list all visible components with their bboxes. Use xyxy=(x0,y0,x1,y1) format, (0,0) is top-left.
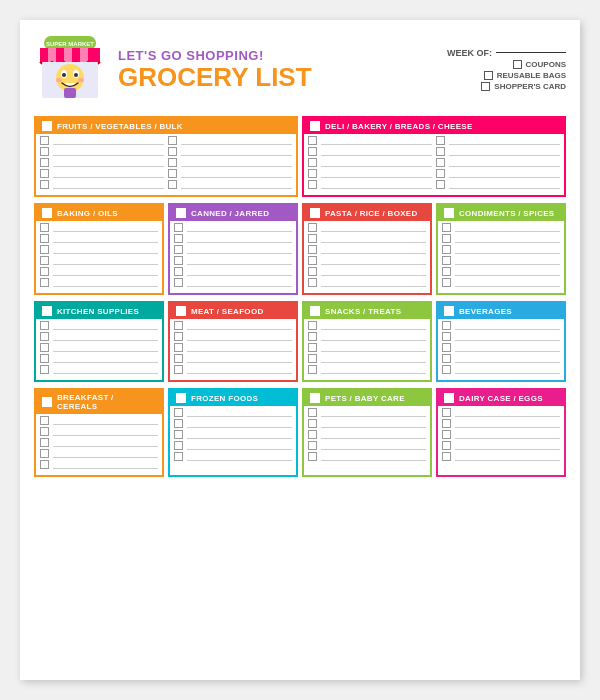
list-item xyxy=(174,343,292,352)
baking-header: BAKING / OILS xyxy=(36,205,162,221)
list-item xyxy=(442,419,560,428)
fruits-header-checkbox[interactable] xyxy=(42,121,52,131)
section-dairy: DAIRY CASE / EGGS xyxy=(436,388,566,477)
list-item xyxy=(308,278,426,287)
list-item xyxy=(308,365,426,374)
list-item xyxy=(40,449,158,458)
list-item xyxy=(174,365,292,374)
pets-checkbox[interactable] xyxy=(310,393,320,403)
list-item xyxy=(168,169,292,178)
deli-header-checkbox[interactable] xyxy=(310,121,320,131)
section-pets: PETS / BABY CARE xyxy=(302,388,432,477)
list-item xyxy=(40,180,164,189)
svg-point-11 xyxy=(56,64,84,92)
breakfast-header: BREAKFAST / CEREALS xyxy=(36,390,162,414)
list-item xyxy=(40,267,158,276)
grocery-list-page: SUPER MARKET xyxy=(20,20,580,680)
list-item xyxy=(40,256,158,265)
coupon-checkbox[interactable] xyxy=(513,60,522,69)
svg-point-16 xyxy=(56,78,62,82)
section-beverages: BEVERAGES xyxy=(436,301,566,382)
pasta-checkbox[interactable] xyxy=(310,208,320,218)
list-item xyxy=(168,180,292,189)
list-item xyxy=(174,452,292,461)
beverages-checkbox[interactable] xyxy=(444,306,454,316)
section-frozen: FROZEN FOODS xyxy=(168,388,298,477)
list-item xyxy=(308,452,426,461)
baking-items xyxy=(36,221,162,293)
list-item xyxy=(40,147,164,156)
canned-items xyxy=(170,221,296,293)
list-item xyxy=(174,234,292,243)
breakfast-checkbox[interactable] xyxy=(42,397,52,407)
section-deli: DELI / BAKERY / BREADS / CHEESE xyxy=(302,116,566,197)
card-checkbox[interactable] xyxy=(481,82,490,91)
beverages-header: BEVERAGES xyxy=(438,303,564,319)
dairy-checkbox[interactable] xyxy=(444,393,454,403)
row-3: KITCHEN SUPPLIES MEAT / SEAFOOD xyxy=(34,301,566,382)
meat-items xyxy=(170,319,296,380)
row-4: BREAKFAST / CEREALS FROZEN FOODS xyxy=(34,388,566,477)
list-item xyxy=(40,278,158,287)
list-item xyxy=(442,256,560,265)
section-baking: BAKING / OILS xyxy=(34,203,164,295)
list-item xyxy=(308,180,432,189)
kitchen-checkbox[interactable] xyxy=(42,306,52,316)
list-item xyxy=(174,245,292,254)
frozen-checkbox[interactable] xyxy=(176,393,186,403)
svg-point-15 xyxy=(74,73,78,77)
deli-col-1 xyxy=(308,136,432,191)
list-item xyxy=(174,419,292,428)
list-item xyxy=(442,452,560,461)
kitchen-header: KITCHEN SUPPLIES xyxy=(36,303,162,319)
card-row: SHOPPER'S CARD xyxy=(436,82,566,91)
list-item xyxy=(308,256,426,265)
store-icon: SUPER MARKET xyxy=(34,34,106,106)
deli-items xyxy=(304,134,564,195)
list-item xyxy=(308,234,426,243)
list-item xyxy=(174,408,292,417)
list-item xyxy=(174,223,292,232)
baking-checkbox[interactable] xyxy=(42,208,52,218)
svg-text:SUPER MARKET: SUPER MARKET xyxy=(46,41,94,47)
beverages-items xyxy=(438,319,564,380)
list-item xyxy=(436,136,560,145)
list-item xyxy=(308,354,426,363)
svg-rect-4 xyxy=(48,48,56,62)
meat-checkbox[interactable] xyxy=(176,306,186,316)
list-item xyxy=(308,343,426,352)
svg-rect-3 xyxy=(40,48,48,62)
list-item xyxy=(442,278,560,287)
section-condiments: CONDIMENTS / SPICES xyxy=(436,203,566,295)
snacks-checkbox[interactable] xyxy=(310,306,320,316)
list-item xyxy=(308,245,426,254)
list-item xyxy=(168,136,292,145)
svg-rect-8 xyxy=(80,48,88,62)
section-canned: CANNED / JARRED xyxy=(168,203,298,295)
list-item xyxy=(442,441,560,450)
list-item xyxy=(40,158,164,167)
list-item xyxy=(308,169,432,178)
bags-checkbox[interactable] xyxy=(484,71,493,80)
svg-rect-5 xyxy=(56,48,64,62)
list-item xyxy=(436,180,560,189)
list-item xyxy=(40,427,158,436)
row-2: BAKING / OILS CANNED / JARRED xyxy=(34,203,566,295)
list-item xyxy=(436,147,560,156)
list-item xyxy=(442,430,560,439)
list-item xyxy=(174,267,292,276)
title-block: LET'S GO SHOPPING! GROCERY LIST xyxy=(118,48,436,92)
frozen-items xyxy=(170,406,296,467)
canned-checkbox[interactable] xyxy=(176,208,186,218)
pets-header: PETS / BABY CARE xyxy=(304,390,430,406)
condiments-checkbox[interactable] xyxy=(444,208,454,218)
list-item xyxy=(308,223,426,232)
list-item xyxy=(40,245,158,254)
row-1: FRUITS / VEGETABLES / BULK xyxy=(34,116,566,197)
list-item xyxy=(174,354,292,363)
list-item xyxy=(40,321,158,330)
list-item xyxy=(174,256,292,265)
snacks-header: SNACKS / TREATS xyxy=(304,303,430,319)
list-item xyxy=(40,354,158,363)
list-item xyxy=(308,332,426,341)
